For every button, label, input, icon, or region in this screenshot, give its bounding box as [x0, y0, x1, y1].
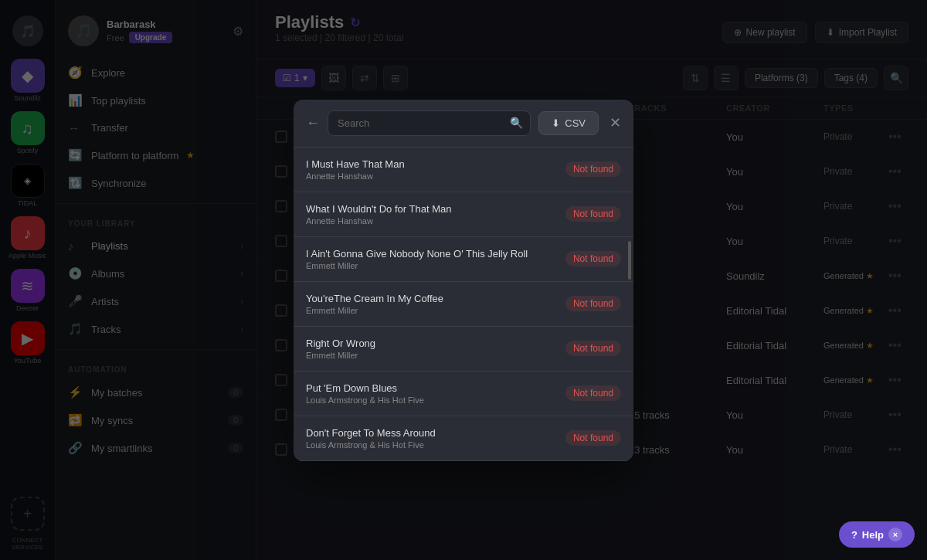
modal-track-item: I Must Have That Man Annette Hanshaw Not… [294, 148, 633, 192]
help-icon: ? [851, 529, 857, 541]
not-found-badge: Not found [565, 341, 621, 356]
track-artist: Louis Armstrong & His Hot Five [306, 440, 436, 450]
modal-header: ← 🔍 ⬇ CSV ✕ [294, 100, 633, 148]
help-close-button[interactable]: × [888, 528, 902, 541]
track-artist: Louis Armstrong & His Hot Five [306, 395, 424, 405]
modal-close-button[interactable]: ✕ [610, 114, 621, 131]
modal-track-item: Don't Forget To Mess Around Louis Armstr… [294, 416, 633, 461]
track-info: I Must Have That Man Annette Hanshaw [306, 158, 405, 181]
track-title: What I Wouldn't Do for That Man [306, 203, 451, 215]
track-title: You'reThe Cream In My Coffee [306, 293, 443, 304]
track-title: Right Or Wrong [306, 338, 375, 349]
track-title: I Must Have That Man [306, 158, 405, 170]
modal-search-input[interactable] [328, 110, 531, 136]
modal-track-item: You'reThe Cream In My Coffee Emmett Mill… [294, 282, 633, 327]
track-title: I Ain't Gonna Give Nobody None O' This J… [306, 248, 528, 260]
modal-search-icon: 🔍 [510, 117, 523, 129]
not-found-badge: Not found [565, 385, 621, 401]
track-title: Don't Forget To Mess Around [306, 427, 436, 439]
modal-overlay[interactable]: ← 🔍 ⬇ CSV ✕ I Must Have That Man Annette… [0, 0, 927, 560]
not-found-badge: Not found [565, 206, 621, 222]
track-info: I Ain't Gonna Give Nobody None O' This J… [306, 248, 528, 270]
track-title: Put 'Em Down Blues [306, 382, 424, 394]
not-found-badge: Not found [565, 251, 621, 266]
modal-search-wrapper: 🔍 [328, 110, 531, 136]
track-artist: Emmett Miller [306, 351, 375, 360]
modal-track-item: Right Or Wrong Emmett Miller Not found [294, 327, 633, 372]
track-search-modal: ← 🔍 ⬇ CSV ✕ I Must Have That Man Annette… [294, 100, 633, 461]
modal-track-item: Put 'Em Down Blues Louis Armstrong & His… [294, 372, 633, 416]
modal-track-item: What I Wouldn't Do for That Man Annette … [294, 192, 633, 237]
modal-track-list: I Must Have That Man Annette Hanshaw Not… [294, 148, 633, 461]
not-found-badge: Not found [565, 296, 621, 311]
not-found-badge: Not found [565, 161, 621, 177]
track-info: Right Or Wrong Emmett Miller [306, 338, 375, 360]
track-info: You'reThe Cream In My Coffee Emmett Mill… [306, 293, 443, 315]
not-found-badge: Not found [565, 430, 621, 446]
csv-download-button[interactable]: ⬇ CSV [538, 111, 599, 135]
track-artist: Annette Hanshaw [306, 216, 451, 226]
modal-scrollbar [628, 241, 631, 280]
track-info: Don't Forget To Mess Around Louis Armstr… [306, 427, 436, 450]
modal-track-item: I Ain't Gonna Give Nobody None O' This J… [294, 237, 633, 282]
modal-back-button[interactable]: ← [306, 115, 320, 131]
track-artist: Emmett Miller [306, 306, 443, 315]
track-artist: Annette Hanshaw [306, 171, 405, 181]
download-icon: ⬇ [552, 117, 560, 129]
track-info: What I Wouldn't Do for That Man Annette … [306, 203, 451, 226]
track-artist: Emmett Miller [306, 261, 528, 270]
help-button[interactable]: ? Help × [839, 521, 915, 548]
track-info: Put 'Em Down Blues Louis Armstrong & His… [306, 382, 424, 405]
